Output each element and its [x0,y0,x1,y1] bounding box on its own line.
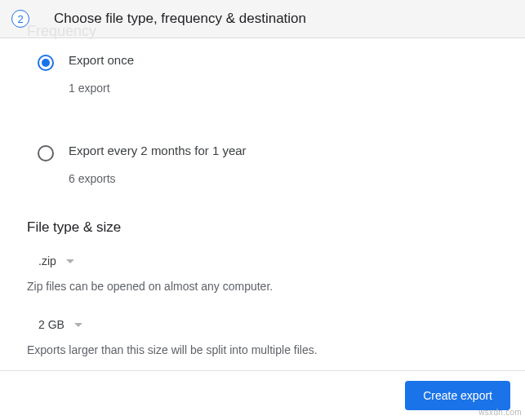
radio-labels: Export once 1 export [69,53,134,95]
content-area: Export once 1 export Export every 2 mont… [0,38,525,356]
radio-labels: Export every 2 months for 1 year 6 expor… [69,144,247,185]
frequency-option-once[interactable]: Export once 1 export [38,53,498,95]
step-number: 2 [17,13,23,25]
frequency-option-periodic[interactable]: Export every 2 months for 1 year 6 expor… [38,144,498,185]
file-type-value: .zip [38,254,56,267]
chevron-down-icon [74,323,82,327]
radio-selected-icon [38,55,54,71]
file-type-hint: Zip files can be opened on almost any co… [27,280,498,293]
radio-title: Export once [69,53,134,67]
radio-sub: 1 export [69,82,134,95]
watermark: wsxdn.com [478,408,522,417]
create-export-button[interactable]: Create export [405,381,510,410]
file-size-hint: Exports larger than this size will be sp… [27,343,498,356]
radio-sub: 6 exports [69,172,247,185]
file-type-section-title: File type & size [27,193,498,254]
radio-title: Export every 2 months for 1 year [69,144,247,157]
header-title: Choose file type, frequency & destinatio… [54,11,306,27]
footer-bar: Create export [0,370,525,420]
frequency-group: Export once 1 export Export every 2 mont… [27,53,498,185]
chevron-down-icon [66,259,74,263]
step-number-badge: 2 [11,10,29,28]
radio-unselected-icon [38,145,54,161]
step-header: Frequency 2 Choose file type, frequency … [0,0,525,38]
file-size-dropdown[interactable]: 2 GB [27,318,82,331]
file-size-value: 2 GB [38,318,65,331]
file-type-dropdown[interactable]: .zip [27,254,74,267]
